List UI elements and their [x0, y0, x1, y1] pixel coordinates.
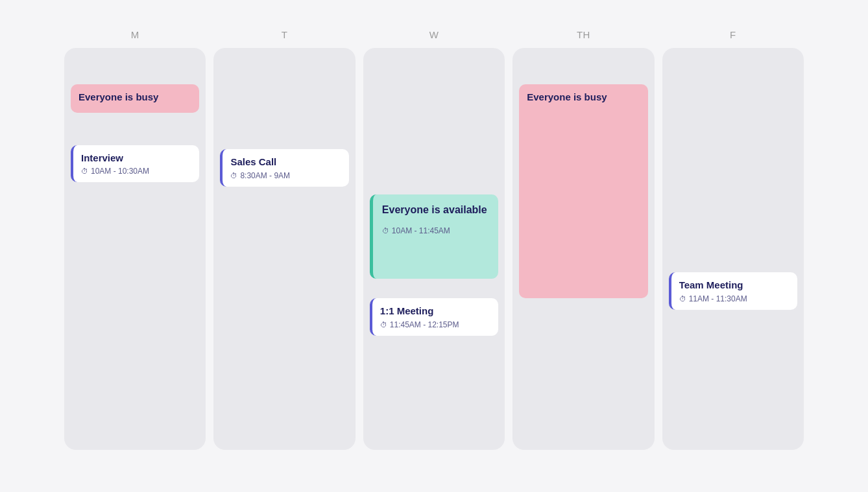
day-column-monday: M Everyone is busy Interview ⏱ 10AM - 10…: [64, 29, 206, 450]
event-time: ⏱ 11AM - 11:30AM: [679, 294, 790, 303]
day-card-thursday: Everyone is busy: [512, 48, 654, 450]
clock-icon: ⏱: [679, 295, 686, 303]
calendar-grid: M Everyone is busy Interview ⏱ 10AM - 10…: [64, 29, 804, 450]
day-card-monday: Everyone is busy Interview ⏱ 10AM - 10:3…: [64, 48, 206, 450]
day-header-wednesday: W: [429, 29, 439, 40]
event-title: Everyone is busy: [527, 91, 640, 104]
day-header-monday: M: [131, 29, 139, 40]
day-card-wednesday: Everyone is available ⏱ 10AM - 11:45AM 1…: [363, 48, 505, 450]
day-column-wednesday: W Everyone is available ⏱ 10AM - 11:45AM…: [363, 29, 505, 450]
event-wednesday-available[interactable]: Everyone is available ⏱ 10AM - 11:45AM: [370, 194, 498, 279]
day-column-thursday: TH Everyone is busy: [512, 29, 654, 450]
event-time: ⏱ 8:30AM - 9AM: [230, 171, 341, 180]
day-card-tuesday: Sales Call ⏱ 8:30AM - 9AM: [213, 48, 355, 450]
day-header-thursday: TH: [577, 29, 590, 40]
day-card-friday: Team Meeting ⏱ 11AM - 11:30AM: [662, 48, 804, 450]
event-tuesday-sales[interactable]: Sales Call ⏱ 8:30AM - 9AM: [220, 149, 348, 187]
event-title: 1:1 Meeting: [380, 305, 490, 318]
event-thursday-busy[interactable]: Everyone is busy: [519, 84, 647, 298]
event-title: Sales Call: [230, 156, 341, 169]
clock-icon: ⏱: [230, 172, 237, 180]
clock-icon: ⏱: [81, 167, 88, 175]
event-title: Everyone is busy: [78, 91, 191, 104]
day-header-friday: F: [730, 29, 736, 40]
clock-icon: ⏱: [380, 321, 387, 329]
day-column-friday: F Team Meeting ⏱ 11AM - 11:30AM: [662, 29, 804, 450]
event-time: ⏱ 10AM - 11:45AM: [382, 226, 489, 235]
calendar-container: M Everyone is busy Interview ⏱ 10AM - 10…: [45, 16, 823, 476]
day-header-tuesday: T: [282, 29, 288, 40]
event-time: ⏱ 11:45AM - 12:15PM: [380, 320, 490, 329]
event-title: Team Meeting: [679, 279, 790, 292]
event-time: ⏱ 10AM - 10:30AM: [81, 167, 191, 176]
event-friday-team[interactable]: Team Meeting ⏱ 11AM - 11:30AM: [669, 272, 797, 310]
event-title: Interview: [81, 152, 191, 165]
event-wednesday-one-one[interactable]: 1:1 Meeting ⏱ 11:45AM - 12:15PM: [370, 298, 498, 336]
day-column-tuesday: T Sales Call ⏱ 8:30AM - 9AM: [213, 29, 355, 450]
event-monday-busy[interactable]: Everyone is busy: [71, 84, 199, 113]
clock-icon: ⏱: [382, 227, 389, 235]
event-title: Everyone is available: [382, 204, 489, 217]
event-monday-interview[interactable]: Interview ⏱ 10AM - 10:30AM: [71, 145, 199, 183]
